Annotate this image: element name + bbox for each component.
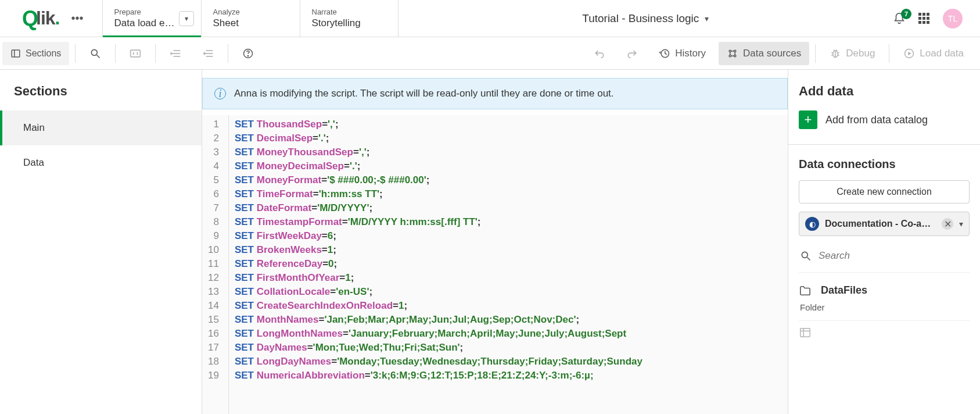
- data-connections-title: Data connections: [799, 158, 970, 171]
- svg-marker-33: [909, 51, 911, 55]
- section-item-data[interactable]: Data: [0, 145, 202, 180]
- code-content: SET ThousandSep=',';SET DecimalSep='.';S…: [229, 115, 648, 414]
- nav-tab-narrate[interactable]: NarrateStorytelling: [300, 0, 399, 37]
- data-sources-panel: Add data + Add from data catalog Data co…: [788, 70, 980, 414]
- header-right: 7 TL: [893, 0, 980, 37]
- svg-line-28: [838, 52, 839, 53]
- svg-point-34: [802, 252, 807, 258]
- connection-search-input[interactable]: [819, 250, 968, 262]
- user-avatar[interactable]: TL: [943, 9, 963, 28]
- top-header: Qlik. ••• PrepareData load e…▾AnalyzeShe…: [0, 0, 980, 37]
- nav-tabs: PrepareData load e…▾AnalyzeSheetNarrateS…: [102, 0, 399, 37]
- search-icon: [800, 250, 812, 262]
- svg-point-19: [734, 55, 736, 56]
- svg-point-18: [729, 55, 731, 56]
- select-data-icon[interactable]: [799, 327, 812, 338]
- qlik-logo[interactable]: Qlik.: [22, 6, 59, 31]
- svg-rect-36: [800, 329, 810, 337]
- comment-button[interactable]: [121, 42, 149, 65]
- nav-tab-analyze[interactable]: AnalyzeSheet: [201, 0, 300, 37]
- app-title-text: Tutorial - Business logic: [582, 12, 699, 25]
- svg-line-26: [832, 52, 834, 53]
- sections-sidebar: Sections MainData: [0, 70, 202, 414]
- notification-badge: 7: [901, 9, 911, 19]
- section-item-main[interactable]: Main: [0, 110, 202, 145]
- svg-line-31: [837, 49, 837, 51]
- logo-zone: Qlik. •••: [0, 0, 102, 37]
- folder-type-label: Folder: [800, 302, 970, 312]
- add-data-title: Add data: [799, 84, 970, 99]
- svg-point-14: [248, 55, 249, 56]
- chevron-down-icon[interactable]: ▾: [959, 219, 963, 229]
- clear-connection-icon[interactable]: ✕: [942, 218, 953, 230]
- data-sources-button[interactable]: Data sources: [719, 42, 809, 65]
- svg-line-30: [834, 49, 835, 51]
- svg-line-35: [807, 258, 810, 260]
- editor-area: i Anna is modifying the script. The scri…: [202, 70, 788, 414]
- svg-line-27: [832, 55, 834, 55]
- plus-icon: +: [799, 110, 817, 129]
- sections-toggle-label: Sections: [26, 48, 61, 59]
- add-from-catalog-button[interactable]: + Add from data catalog: [799, 110, 970, 129]
- folder-icon: [799, 285, 812, 297]
- outdent-button[interactable]: [194, 42, 222, 65]
- search-button[interactable]: [81, 42, 109, 65]
- help-button[interactable]: [234, 42, 262, 65]
- banner-text: Anna is modifying the script. The script…: [234, 88, 614, 99]
- toolbar: Sections History: [0, 37, 980, 70]
- chevron-down-icon[interactable]: ▾: [179, 11, 194, 26]
- more-menu-button[interactable]: •••: [71, 12, 83, 25]
- readonly-banner: i Anna is modifying the script. The scri…: [202, 78, 788, 109]
- sections-toggle-button[interactable]: Sections: [2, 42, 69, 65]
- notifications-button[interactable]: 7: [893, 12, 906, 25]
- code-editor[interactable]: 12345678910111213141516171819 SET Thousa…: [202, 115, 788, 414]
- debug-button[interactable]: Debug: [821, 42, 883, 65]
- line-gutter: 12345678910111213141516171819: [202, 115, 229, 414]
- app-title[interactable]: Tutorial - Business logic ▾: [399, 0, 893, 37]
- history-button[interactable]: History: [651, 42, 714, 65]
- app-launcher-icon[interactable]: [918, 13, 930, 24]
- svg-rect-4: [131, 50, 141, 57]
- svg-point-16: [729, 50, 731, 52]
- undo-button[interactable]: [586, 42, 613, 65]
- connection-search: [799, 247, 970, 273]
- svg-point-17: [734, 50, 736, 52]
- svg-point-2: [92, 49, 98, 55]
- redo-button[interactable]: [618, 42, 646, 65]
- chevron-down-icon: ▾: [705, 14, 709, 23]
- sidebar-title: Sections: [0, 84, 202, 110]
- create-connection-button[interactable]: Create new connection: [799, 180, 970, 204]
- info-icon: i: [214, 88, 226, 99]
- indent-button[interactable]: [161, 42, 189, 65]
- connection-name: Documentation - Co-au…: [825, 219, 936, 229]
- nav-tab-prepare[interactable]: PrepareData load e…▾: [102, 0, 201, 37]
- connection-type-icon: ◐: [805, 217, 819, 231]
- folder-item[interactable]: DataFiles: [799, 284, 970, 297]
- svg-line-29: [838, 55, 839, 55]
- connection-selector[interactable]: ◐ Documentation - Co-au… ✕ ▾: [799, 212, 970, 236]
- svg-line-3: [97, 55, 100, 58]
- load-data-button[interactable]: Load data: [895, 42, 972, 65]
- folder-actions: [799, 320, 970, 338]
- svg-rect-0: [12, 50, 20, 57]
